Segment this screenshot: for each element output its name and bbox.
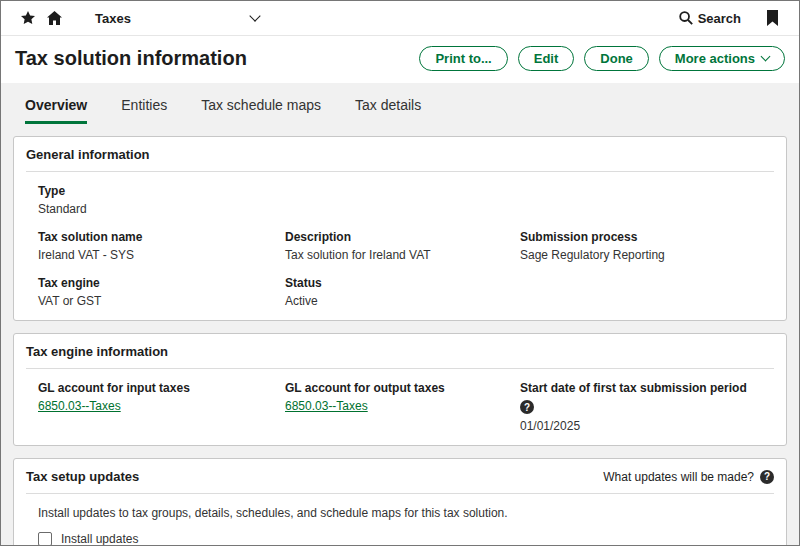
submission-process-value: Sage Regulatory Reporting — [520, 248, 774, 262]
tax-setup-updates-title: Tax setup updates — [26, 469, 139, 484]
description-value: Tax solution for Ireland VAT — [285, 248, 510, 262]
tab-entities[interactable]: Entities — [121, 97, 167, 124]
submission-process-label: Submission process — [520, 230, 774, 244]
tax-solution-name-label: Tax solution name — [38, 230, 275, 244]
more-actions-label: More actions — [675, 51, 755, 66]
type-label: Type — [38, 184, 275, 198]
page-header: Tax solution information Print to... Edi… — [1, 36, 799, 83]
tax-engine-label: Tax engine — [38, 276, 275, 290]
tax-solution-name-value: Ireland VAT - SYS — [38, 248, 275, 262]
tax-engine-information-header: Tax engine information — [26, 344, 774, 359]
tax-engine-field: Tax engine VAT or GST — [38, 276, 275, 308]
topbar-right: Search — [679, 5, 785, 31]
done-button[interactable]: Done — [584, 46, 649, 71]
start-date-label: Start date of first tax submission perio… — [520, 381, 774, 395]
module-dropdown-label: Taxes — [95, 11, 131, 26]
general-information-card: General information Type Standard Tax so… — [13, 136, 787, 321]
gl-output-taxes-label: GL account for output taxes — [285, 381, 510, 395]
gl-input-taxes-link[interactable]: 6850.03--Taxes — [38, 399, 275, 413]
submission-process-field: Submission process Sage Regulatory Repor… — [520, 230, 774, 262]
tax-engine-information-card: Tax engine information GL account for in… — [13, 333, 787, 446]
search-button[interactable]: Search — [679, 11, 741, 26]
module-dropdown[interactable]: Taxes — [95, 11, 259, 26]
gl-input-taxes-field: GL account for input taxes 6850.03--Taxe… — [38, 381, 275, 433]
status-label: Status — [285, 276, 510, 290]
page-title: Tax solution information — [15, 47, 247, 70]
status-value: Active — [285, 294, 510, 308]
tab-tax-schedule-maps[interactable]: Tax schedule maps — [201, 97, 321, 124]
page-content: Overview Entities Tax schedule maps Tax … — [1, 83, 799, 545]
setup-description: Install updates to tax groups, details, … — [26, 506, 774, 520]
more-actions-button[interactable]: More actions — [659, 46, 785, 71]
bookmark-icon[interactable] — [759, 5, 785, 31]
tax-setup-updates-card: Tax setup updates What updates will be m… — [13, 458, 787, 545]
description-field: Description Tax solution for Ireland VAT — [285, 230, 510, 262]
help-icon[interactable]: ? — [520, 400, 534, 414]
search-icon — [679, 11, 693, 25]
gl-input-taxes-label: GL account for input taxes — [38, 381, 275, 395]
help-icon[interactable]: ? — [760, 470, 774, 484]
general-information-header: General information — [26, 147, 774, 162]
tax-engine-information-fields: GL account for input taxes 6850.03--Taxe… — [26, 381, 774, 433]
edit-button[interactable]: Edit — [518, 46, 575, 71]
type-field: Type Standard — [38, 184, 275, 216]
start-date-value: 01/01/2025 — [520, 419, 774, 433]
tax-engine-information-title: Tax engine information — [26, 344, 168, 359]
chevron-down-icon — [249, 10, 260, 21]
divider — [26, 493, 774, 494]
search-label: Search — [698, 11, 741, 26]
type-value: Standard — [38, 202, 275, 216]
tax-solution-name-field: Tax solution name Ireland VAT - SYS — [38, 230, 275, 262]
description-label: Description — [285, 230, 510, 244]
install-updates-row: Install updates — [26, 532, 774, 545]
gl-output-taxes-link[interactable]: 6850.03--Taxes — [285, 399, 510, 413]
chevron-down-icon — [761, 52, 771, 62]
tax-engine-value: VAT or GST — [38, 294, 275, 308]
start-date-field: Start date of first tax submission perio… — [520, 381, 774, 433]
star-icon[interactable] — [15, 5, 41, 31]
general-information-fields: Type Standard Tax solution name Ireland … — [26, 184, 774, 308]
divider — [26, 171, 774, 172]
tab-bar: Overview Entities Tax schedule maps Tax … — [1, 83, 799, 124]
home-icon[interactable] — [41, 5, 67, 31]
print-to-button[interactable]: Print to... — [419, 46, 507, 71]
install-updates-label: Install updates — [61, 532, 138, 545]
updates-help-text: What updates will be made? — [603, 470, 754, 484]
app-window: Taxes Search Tax solution information Pr… — [0, 0, 800, 546]
general-information-title: General information — [26, 147, 150, 162]
tab-tax-details[interactable]: Tax details — [355, 97, 421, 124]
updates-help-link[interactable]: What updates will be made? ? — [603, 470, 774, 484]
divider — [26, 368, 774, 369]
install-updates-checkbox[interactable] — [38, 532, 52, 545]
tab-overview[interactable]: Overview — [25, 97, 87, 124]
top-bar: Taxes Search — [1, 1, 799, 36]
status-field: Status Active — [285, 276, 510, 308]
gl-output-taxes-field: GL account for output taxes 6850.03--Tax… — [285, 381, 510, 433]
header-actions: Print to... Edit Done More actions — [419, 46, 785, 71]
tax-setup-updates-header: Tax setup updates What updates will be m… — [26, 469, 774, 484]
